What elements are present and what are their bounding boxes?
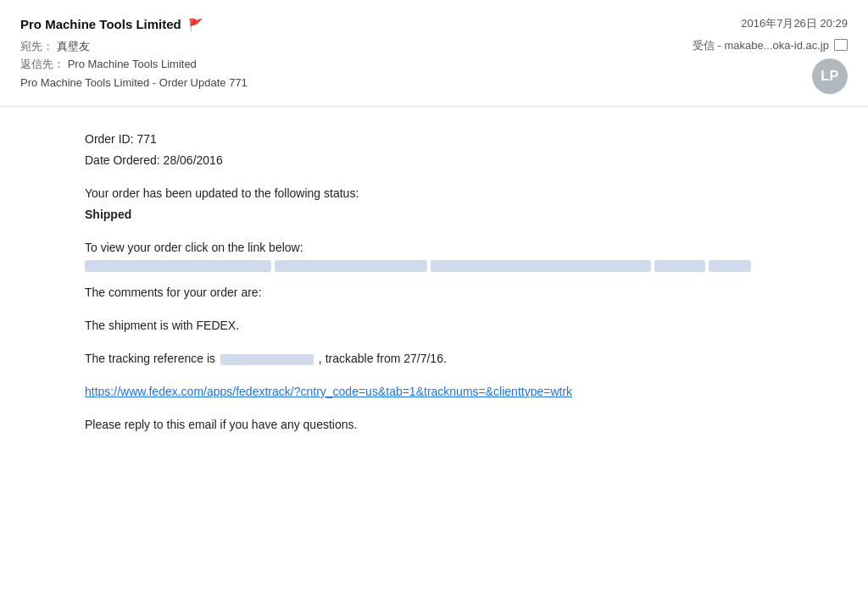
reply-row: 返信先： Pro Machine Tools Limited <box>20 56 661 73</box>
tracking-suffix: , trackable from 27/7/16. <box>319 352 447 365</box>
tracking-prefix: The tracking reference is <box>85 352 215 365</box>
to-label: 宛先： <box>20 40 53 53</box>
flag-icon: 🚩 <box>188 16 203 34</box>
tracking-number-redacted <box>220 354 314 365</box>
date-row: 2016年7月26日 20:29 <box>741 15 848 32</box>
header-right: 2016年7月26日 20:29 受信 - makabe...oka-id.ac… <box>661 15 848 94</box>
reply-value: Pro Machine Tools Limited <box>68 58 197 70</box>
to-value: 真壁友 <box>57 40 90 53</box>
redacted-bar-3 <box>431 260 651 272</box>
inbox-row: 受信 - makabe...oka-id.ac.jp <box>693 37 848 54</box>
header-left: Pro Machine Tools Limited 🚩 宛先： 真壁友 返信先：… <box>20 15 661 91</box>
sender-row: Pro Machine Tools Limited 🚩 <box>20 15 661 35</box>
date-value: 2016年7月26日 20:29 <box>741 15 848 32</box>
closing-line: Please reply to this email if you have a… <box>85 416 783 434</box>
email-container: Pro Machine Tools Limited 🚩 宛先： 真壁友 返信先：… <box>0 0 868 599</box>
fedex-link-line[interactable]: https://www.fedex.com/apps/fedextrack/?c… <box>85 383 783 401</box>
redacted-bar-1 <box>85 260 271 272</box>
redacted-bar-5 <box>709 260 751 272</box>
status-intro: Your order has been updated to the follo… <box>85 185 783 202</box>
shipment-line: The shipment is with FEDEX. <box>85 317 783 335</box>
inbox-label: 受信 - makabe...oka-id.ac.jp <box>693 37 829 54</box>
redacted-bar-4 <box>654 260 705 272</box>
sender-name: Pro Machine Tools Limited <box>20 15 181 35</box>
inbox-folder-icon <box>834 39 848 51</box>
avatar: LP <box>812 58 848 94</box>
redacted-url-row <box>85 260 783 272</box>
comments-intro: The comments for your order are: <box>85 284 783 302</box>
status-value: Shipped <box>85 206 783 224</box>
subject-row: Pro Machine Tools Limited - Order Update… <box>20 75 661 92</box>
redacted-bar-2 <box>275 260 427 272</box>
reply-label: 返信先： <box>20 58 64 70</box>
fedex-link[interactable]: https://www.fedex.com/apps/fedextrack/?c… <box>85 385 572 398</box>
tracking-line: The tracking reference is , trackable fr… <box>85 350 783 368</box>
view-order-intro: To view your order click on the link bel… <box>85 239 783 257</box>
order-id-line: Order ID: 771 <box>85 130 783 148</box>
email-body: Order ID: 771 Date Ordered: 28/06/2016 Y… <box>0 107 868 461</box>
to-row: 宛先： 真壁友 <box>20 38 661 55</box>
email-header: Pro Machine Tools Limited 🚩 宛先： 真壁友 返信先：… <box>0 0 868 107</box>
date-ordered-line: Date Ordered: 28/06/2016 <box>85 152 783 169</box>
subject-value: Pro Machine Tools Limited - Order Update… <box>20 76 248 89</box>
